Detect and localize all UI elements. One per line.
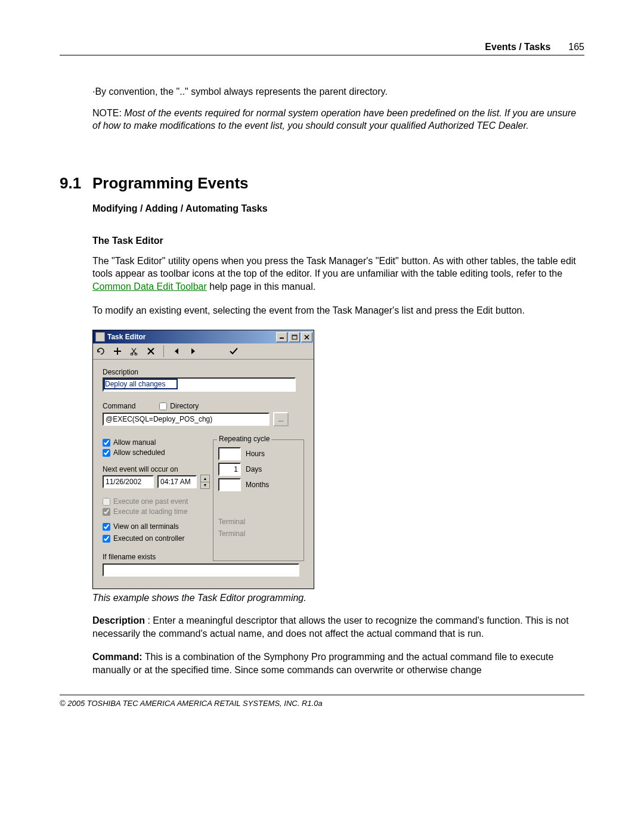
exec-controller-input[interactable]: [103, 535, 110, 543]
command-text: This is a combination of the Symphony Pr…: [92, 652, 553, 675]
exec-loading-input[interactable]: [103, 508, 110, 516]
command-field[interactable]: [103, 413, 270, 426]
months-field[interactable]: [218, 478, 241, 491]
command-row: ...: [103, 412, 304, 426]
toolbar-separator: [163, 345, 164, 357]
description-paragraph: Description : Enter a meaningful descrip…: [92, 614, 584, 640]
allow-scheduled-label: Allow scheduled: [113, 448, 165, 457]
app-icon: [95, 332, 105, 342]
hours-label: Hours: [246, 450, 265, 458]
view-terminals-input[interactable]: [103, 523, 110, 531]
allow-scheduled-checkbox[interactable]: Allow scheduled: [103, 448, 213, 457]
exec-loading-label: Execute at loading time: [113, 507, 188, 516]
prev-icon[interactable]: [171, 346, 182, 357]
section-title: Programming Events: [92, 174, 249, 193]
description-label: Description: [103, 368, 304, 376]
view-terminals-label: View on all terminals: [113, 522, 179, 531]
terminal-label-1: Terminal: [218, 518, 299, 526]
close-button[interactable]: [301, 332, 312, 342]
form-area: Description Deploy all changes Command D…: [93, 360, 314, 589]
header-section-title: Events / Tasks: [485, 42, 550, 52]
subheading-editor: The Task Editor: [92, 236, 584, 246]
header-page-number: 165: [568, 42, 584, 52]
cut-icon[interactable]: [129, 346, 140, 357]
note-body: Most of the events required for normal s…: [92, 108, 576, 131]
task-editor-window: Task Editor Description Deploy all chang…: [92, 330, 314, 589]
subheading-tasks: Modifying / Adding / Automating Tasks: [92, 203, 584, 214]
minimize-button[interactable]: [276, 332, 287, 342]
window-title: Task Editor: [107, 333, 145, 341]
para1-b: help page in this manual.: [207, 281, 315, 292]
hours-field[interactable]: [218, 447, 241, 460]
view-terminals-checkbox[interactable]: View on all terminals: [103, 522, 179, 531]
titlebar[interactable]: Task Editor: [93, 330, 314, 343]
note-label: NOTE:: [92, 108, 124, 118]
exec-past-checkbox[interactable]: Execute one past event: [103, 497, 213, 506]
delete-icon[interactable]: [145, 346, 156, 357]
command-term: Command:: [92, 652, 143, 662]
common-toolbar-link[interactable]: Common Data Edit Toolbar: [92, 281, 207, 292]
exec-past-input[interactable]: [103, 498, 110, 506]
section-heading: 9.1 Programming Events: [60, 174, 584, 193]
exec-loading-checkbox[interactable]: Execute at loading time: [103, 507, 213, 516]
figure-caption: This example shows the Task Editor progr…: [92, 593, 584, 603]
directory-label: Directory: [170, 402, 199, 410]
terminal-label-2: Terminal: [218, 529, 299, 538]
days-field[interactable]: [218, 463, 241, 476]
intro-bullet: ·By convention, the ".." symbol always r…: [92, 85, 584, 98]
exec-controller-checkbox[interactable]: Executed on controller: [103, 534, 184, 543]
allow-scheduled-input[interactable]: [103, 449, 110, 457]
next-event-label: Next event will occur on: [103, 465, 213, 473]
description-text: : Enter a meaningful descriptor that all…: [92, 615, 569, 639]
time-field[interactable]: [157, 475, 197, 488]
maximize-button[interactable]: [289, 332, 300, 342]
undo-icon[interactable]: [95, 346, 106, 357]
paragraph-editor-intro: The "Task Editor" utility opens when you…: [92, 255, 584, 293]
exec-past-label: Execute one past event: [113, 497, 188, 506]
directory-checkbox-input[interactable]: [159, 402, 167, 410]
command-paragraph: Command: This is a combination of the Sy…: [92, 651, 584, 676]
date-field[interactable]: [103, 475, 154, 488]
filename-label: If filename exists: [103, 553, 213, 561]
directory-checkbox[interactable]: Directory: [159, 402, 199, 410]
document-page: Events / Tasks 165 ·By convention, the "…: [0, 0, 644, 732]
paragraph-modify: To modify an existing event, selecting t…: [92, 304, 584, 317]
datetime-row: ▲▼: [103, 475, 213, 489]
page-footer: © 2005 TOSHIBA TEC AMERICA AMERICA RETAI…: [60, 695, 584, 708]
description-field-wrap[interactable]: Deploy all changes: [103, 377, 296, 392]
browse-button[interactable]: ...: [273, 412, 289, 426]
para1-a: The "Task Editor" utility opens when you…: [92, 256, 576, 279]
ok-icon[interactable]: [228, 346, 239, 357]
intro-note: NOTE: Most of the events required for no…: [92, 107, 584, 132]
months-label: Months: [246, 481, 269, 489]
allow-manual-checkbox[interactable]: Allow manual: [103, 438, 213, 447]
spin-up-icon[interactable]: ▲: [201, 475, 209, 482]
days-label: Days: [246, 465, 262, 473]
page-header: Events / Tasks 165: [60, 42, 584, 55]
filename-field[interactable]: [103, 563, 299, 577]
description-field[interactable]: Deploy all changes: [104, 379, 178, 389]
repeating-legend: Repeating cycle: [217, 435, 271, 443]
allow-manual-input[interactable]: [103, 439, 110, 447]
exec-controller-label: Executed on controller: [113, 534, 184, 543]
description-term: Description: [92, 615, 145, 625]
time-spinner[interactable]: ▲▼: [200, 475, 210, 489]
spin-down-icon[interactable]: ▼: [201, 482, 209, 489]
command-label: Command: [103, 402, 135, 410]
allow-manual-label: Allow manual: [113, 438, 156, 447]
add-icon[interactable]: [112, 346, 123, 357]
repeating-cycle-group: Repeating cycle Hours Days Months Term: [213, 439, 304, 561]
next-icon[interactable]: [188, 346, 199, 357]
section-number: 9.1: [60, 174, 92, 193]
toolbar: [93, 343, 314, 360]
